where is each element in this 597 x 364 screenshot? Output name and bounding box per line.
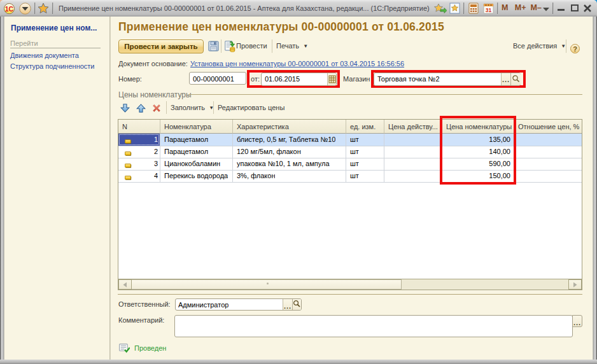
svg-text:31: 31 — [486, 7, 492, 13]
svg-text:1C: 1C — [5, 5, 14, 13]
